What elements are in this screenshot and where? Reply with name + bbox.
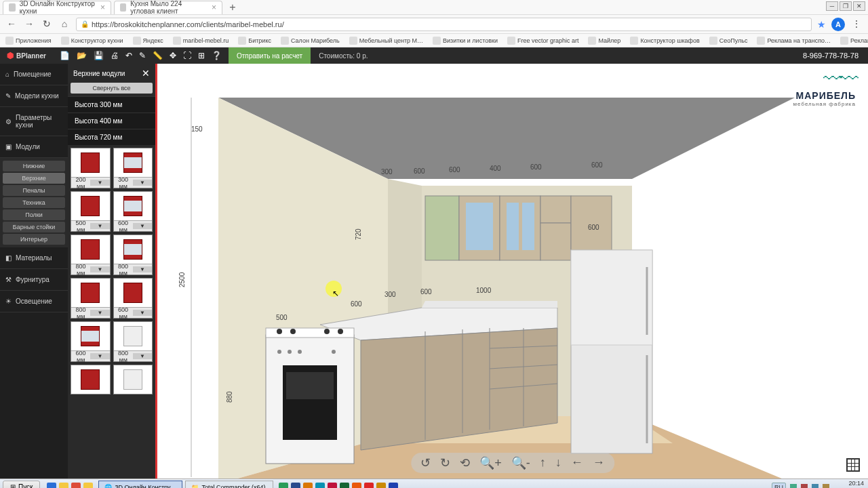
bookmark-item[interactable]: Визитки и листовки	[433, 37, 498, 45]
ie-icon[interactable]	[47, 483, 56, 489]
bookmark-item[interactable]: СеоПульс	[709, 37, 748, 45]
module-thumb[interactable]: 500 мм▼	[71, 191, 111, 232]
close-icon[interactable]: ×	[100, 3, 105, 12]
module-thumb[interactable]: 800 мм▼	[71, 235, 111, 275]
nav-item[interactable]: ✎Модели кухни	[0, 85, 68, 107]
rotate-vert-icon[interactable]: ⟲	[460, 455, 470, 470]
subcat-button[interactable]: Пеналы	[3, 185, 65, 196]
module-thumb[interactable]	[71, 365, 111, 394]
app-icon[interactable]	[364, 483, 374, 489]
bookmark-item[interactable]: Мебельный центр М…	[349, 37, 423, 45]
menu-button[interactable]: ⋮	[850, 18, 863, 30]
home-button[interactable]: ⌂	[58, 18, 71, 30]
down-icon[interactable]: ↓	[555, 455, 561, 470]
rotate-right-icon[interactable]: ↻	[440, 455, 450, 470]
task-item[interactable]: 🌐 3D Онлайн Констру…	[98, 481, 182, 489]
module-thumb[interactable]: 600 мм▼	[113, 191, 153, 232]
star-icon[interactable]: ★	[817, 19, 826, 30]
bookmark-item[interactable]: Реклама на транспо…	[757, 37, 831, 45]
nav-item[interactable]: ◧Материалы	[0, 247, 68, 269]
app-icon[interactable]	[291, 483, 300, 489]
bookmark-item[interactable]: Салон Марибель	[281, 37, 340, 45]
close-icon[interactable]: ×	[212, 3, 216, 12]
reload-button[interactable]: ↻	[41, 18, 53, 30]
left-icon[interactable]: ←	[571, 455, 583, 470]
url-input[interactable]: 🔒https://broskokitchenplanner.com/client…	[76, 18, 812, 31]
bookmark-item[interactable]: Майлер	[588, 37, 620, 45]
tray-icon[interactable]	[823, 484, 829, 489]
module-thumb[interactable]: 300 мм▼	[113, 148, 153, 188]
start-button[interactable]: ⊞ Пуск	[3, 481, 40, 489]
module-thumb[interactable]: 800 мм▼	[71, 278, 111, 319]
forward-button[interactable]: →	[23, 18, 35, 30]
module-thumb[interactable]: 800 мм▼	[113, 321, 153, 362]
app-icon[interactable]	[315, 483, 325, 489]
tc-icon[interactable]	[83, 483, 93, 489]
app-icon[interactable]	[303, 483, 313, 489]
folder-icon[interactable]	[59, 483, 68, 489]
bookmark-item[interactable]: Реклама в лифтах в…	[840, 37, 868, 45]
undo-icon[interactable]: ↶	[125, 51, 132, 60]
zoom-in-icon[interactable]: 🔍+	[479, 455, 502, 470]
app-icon[interactable]	[279, 483, 288, 489]
bookmark-item[interactable]: Битрикс	[238, 37, 271, 45]
tray-icon[interactable]	[790, 484, 797, 489]
module-thumb[interactable]: 600 мм▼	[71, 321, 111, 362]
module-thumb[interactable]: 600 мм▼	[113, 278, 153, 319]
tray-icon[interactable]	[812, 484, 818, 489]
nav-item[interactable]: ⌂Помещение	[0, 64, 68, 85]
help-icon[interactable]: ❔	[212, 51, 222, 60]
app-icon[interactable]	[328, 483, 337, 489]
subcat-button[interactable]: Барные стойки	[3, 222, 65, 232]
window-buttons[interactable]: ─❐✕	[826, 1, 865, 11]
nav-item[interactable]: ☀Освещение	[0, 291, 68, 312]
app-icon[interactable]	[376, 483, 386, 489]
tab-1[interactable]: 3D Онлайн Конструктор кухни×	[3, 1, 111, 14]
bookmark-item[interactable]: Приложения	[5, 37, 52, 45]
module-thumb[interactable]: 200 мм▼	[71, 148, 111, 188]
bookmark-item[interactable]: Конструктор шкафов	[630, 37, 699, 45]
module-thumb[interactable]	[113, 365, 153, 394]
close-icon[interactable]: ✕	[142, 68, 150, 79]
send-button[interactable]: Отправить на расчет	[229, 47, 311, 64]
tab-2[interactable]: Кухня Мыло 224 угловая клиент×	[114, 1, 222, 14]
bookmark-item[interactable]: Конструктор кухни	[61, 37, 123, 45]
clock[interactable]: 20:1422.01.2019	[833, 481, 864, 488]
new-tab-button[interactable]: +	[222, 1, 243, 14]
bookmark-item[interactable]: maribel-mebel.ru	[173, 37, 229, 45]
up-icon[interactable]: ↑	[540, 455, 546, 470]
collapse-button[interactable]: Свернуть все	[71, 83, 153, 94]
grid-toggle-icon[interactable]	[846, 458, 860, 472]
module-thumb[interactable]: 800 мм▼	[113, 235, 153, 275]
bookmark-item[interactable]: Яндекс	[133, 37, 163, 45]
view-controls[interactable]: ↺ ↻ ⟲ 🔍+ 🔍- ↑ ↓ ← →	[411, 453, 614, 473]
tape-icon[interactable]: 📏	[153, 51, 163, 60]
app-icon[interactable]	[389, 483, 398, 489]
section-300[interactable]: Высота 300 мм	[68, 96, 155, 113]
right-icon[interactable]: →	[593, 455, 605, 470]
save-icon[interactable]: 💾	[94, 51, 104, 60]
bookmark-item[interactable]: Free vector graphic art	[507, 37, 579, 45]
move-icon[interactable]: ✥	[170, 51, 176, 60]
nav-item[interactable]: ⚒Фурнитура	[0, 269, 68, 291]
lang-indicator[interactable]: RU	[772, 483, 786, 489]
chrome-icon[interactable]	[71, 483, 81, 489]
print-icon[interactable]: 🖨	[111, 51, 119, 60]
tray-icon[interactable]	[801, 484, 808, 489]
avatar[interactable]: A	[831, 18, 845, 31]
viewport-3d[interactable]: 2500 150 720 880 300 600 600 400 600 600…	[157, 64, 868, 479]
app-icon[interactable]	[340, 483, 349, 489]
subcat-button[interactable]: Техника	[3, 197, 65, 208]
subcat-button[interactable]: Полки	[3, 209, 65, 220]
zoom-out-icon[interactable]: 🔍-	[511, 455, 530, 470]
section-400[interactable]: Высота 400 мм	[68, 113, 155, 129]
edit-icon[interactable]: ✎	[139, 51, 146, 60]
section-720[interactable]: Высота 720 мм	[68, 129, 155, 145]
grid-icon[interactable]: ⊞	[198, 51, 205, 60]
expand-icon[interactable]: ⛶	[183, 51, 191, 60]
subcat-button[interactable]: Интерьер	[3, 234, 65, 245]
back-button[interactable]: ←	[5, 18, 18, 30]
rotate-left-icon[interactable]: ↺	[420, 455, 431, 470]
nav-item[interactable]: ⚙Параметры кухни	[0, 107, 68, 136]
subcat-button[interactable]: Верхние	[3, 173, 65, 184]
